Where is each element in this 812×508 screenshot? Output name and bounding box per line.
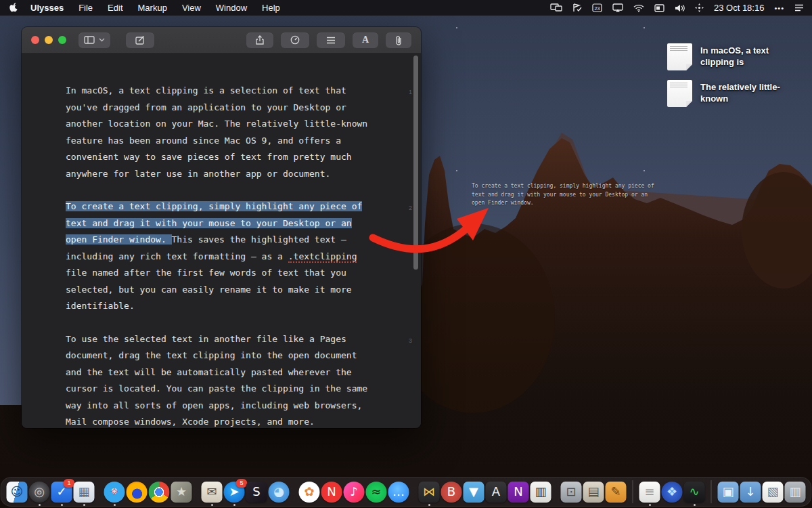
editor-area[interactable]: In macOS, a text clipping is a selection… [22, 54, 421, 428]
dock-piano-app[interactable]: ▥ [531, 482, 551, 503]
dock-messages[interactable]: … [388, 482, 409, 503]
dock-preview[interactable]: ▦ [74, 482, 95, 503]
mail-icon: ✉ [202, 482, 223, 503]
window-manager-icon[interactable] [654, 4, 664, 12]
desktop-clipping-file-2[interactable]: The relatively little- known [667, 80, 803, 107]
menu-item-edit[interactable]: Edit [108, 3, 122, 13]
clipping-file-label: The relatively little- known [700, 80, 780, 104]
dock-firefox[interactable] [127, 482, 148, 503]
text-clipping-icon[interactable] [667, 80, 692, 107]
paragraph-2: To create a text clipping, simply highli… [66, 198, 384, 315]
downloads-folder-icon: ↓ [740, 482, 761, 503]
running-indicator [61, 504, 63, 506]
menu-item-help[interactable]: Help [262, 3, 280, 13]
slack-icon: S [246, 482, 267, 503]
preview-icon: ▦ [74, 482, 95, 503]
spellcheck-flagged-word: .textclipping [288, 251, 357, 263]
outline-list-button[interactable] [317, 33, 345, 48]
camera-lens-app-icon: ◎ [29, 482, 50, 503]
dock-slack[interactable]: S [246, 482, 267, 503]
orange-editor-app-icon: ✎ [606, 482, 627, 503]
drafts-a-app-icon: A [486, 482, 507, 503]
print-photo-app-icon: ▤ [583, 482, 604, 503]
menu-bar: Ulysses File Edit Markup View Window Hel… [0, 0, 812, 16]
dock-onenote[interactable]: N [508, 482, 529, 503]
fantastical-icon[interactable] [572, 3, 582, 12]
dock-ulysses[interactable]: ⋈ [419, 482, 440, 503]
ulysses-window: A In macOS, a text clipping is a selecti… [22, 27, 421, 428]
running-indicator [39, 504, 41, 506]
editor-scrollbar[interactable] [413, 56, 418, 270]
overflow-menu[interactable]: ••• [774, 4, 784, 12]
running-indicator [211, 504, 213, 506]
running-indicator [114, 504, 116, 506]
dock-music[interactable]: ♪ [344, 482, 365, 503]
text-clipping-icon[interactable] [667, 43, 692, 70]
dock-robot-utility-app[interactable]: ⊡ [561, 482, 582, 503]
dock-mail[interactable]: ✉ [202, 482, 223, 503]
dock-pictures-folder[interactable]: ▣ [718, 482, 739, 503]
dock-twitterrific[interactable]: ◕ [269, 482, 290, 503]
paragraph-number: 2 [409, 200, 412, 217]
dock-keep-it[interactable]: ▼ [464, 482, 484, 503]
dock-setapp[interactable]: ❖ [662, 482, 683, 503]
drag-preview-text: To create a text clipping, simply highli… [472, 182, 654, 208]
desktop-clipping-file-1[interactable]: In macOS, a text clipping is [667, 43, 803, 70]
minimize-button[interactable] [45, 36, 53, 44]
dock-orange-editor-app[interactable]: ✎ [606, 482, 627, 503]
dock-chrome[interactable] [149, 482, 170, 503]
goal-gauge-button[interactable] [281, 33, 309, 48]
dock-netflix[interactable]: N [321, 482, 342, 503]
menu-item-window[interactable]: Window [216, 3, 247, 13]
dock-safari[interactable]: ✧ [104, 482, 125, 503]
dock-things[interactable]: ✓1 [51, 482, 72, 503]
safari-icon: ✧ [104, 482, 125, 503]
apple-menu[interactable] [9, 3, 18, 13]
dock-bear[interactable]: B [441, 482, 462, 503]
photos-icon: ✿ [299, 482, 320, 503]
dock-recent-document[interactable]: ▧ [763, 482, 784, 503]
dock-finder[interactable]: ☺ [7, 482, 28, 503]
close-button[interactable] [31, 36, 39, 44]
displays-icon[interactable] [550, 3, 562, 12]
keep-it-icon: ▼ [464, 482, 484, 503]
paragraph-2-rest: file named after the first few words of … [66, 268, 352, 311]
dock-trash[interactable]: ▥ [785, 482, 806, 503]
menu-item-view[interactable]: View [182, 3, 201, 13]
dock-spotify[interactable]: ≈ [366, 482, 387, 503]
zoom-button[interactable] [58, 36, 66, 44]
dock-drafts-a-app[interactable]: A [486, 482, 507, 503]
wifi-icon[interactable] [633, 4, 644, 12]
running-indicator [649, 504, 651, 506]
menu-item-file[interactable]: File [78, 3, 93, 13]
dock-downloads-folder[interactable]: ↓ [740, 482, 761, 503]
airplay-icon[interactable] [612, 3, 623, 12]
dock-cube-app[interactable]: ★ [171, 482, 192, 503]
new-sheet-button[interactable] [126, 33, 154, 48]
dock-textedit-like-app[interactable]: ≡ [639, 482, 660, 503]
volume-icon[interactable] [675, 4, 685, 12]
dock-camera-lens-app[interactable]: ◎ [29, 482, 50, 503]
messages-icon: … [388, 482, 409, 503]
paragraph-1-text: In macOS, a text clipping is a selection… [66, 85, 367, 179]
dock-spark[interactable]: ➤5 [224, 482, 245, 503]
typography-button[interactable]: A [353, 33, 378, 48]
calendar-icon[interactable]: 23 [592, 3, 602, 12]
menubar-clock[interactable]: 23 Oct 18:16 [714, 3, 764, 13]
menu-item-markup[interactable]: Markup [138, 3, 167, 13]
attachments-button[interactable] [386, 33, 411, 48]
share-button[interactable] [246, 33, 273, 48]
window-titlebar[interactable]: A [22, 27, 421, 54]
active-app-name[interactable]: Ulysses [30, 3, 64, 13]
music-icon: ♪ [344, 482, 365, 503]
dock-print-photo-app[interactable]: ▤ [583, 482, 604, 503]
twitterrific-icon: ◕ [269, 482, 290, 503]
dock-activity-monitor[interactable]: ∿ [684, 482, 705, 503]
dock-photos[interactable]: ✿ [299, 482, 320, 503]
typography-a-glyph: A [362, 35, 369, 45]
sidebar-toggle-button[interactable] [78, 33, 110, 48]
notification-center-icon[interactable] [794, 4, 804, 12]
accessibility-icon[interactable] [695, 3, 704, 12]
dock: ☺◎✓1▦✧★✉➤5S◕✿N♪≈…⋈B▼AN▥⊡▤✎≡❖∿▣↓▧▥ [1, 477, 812, 507]
netflix-icon: N [321, 482, 342, 503]
